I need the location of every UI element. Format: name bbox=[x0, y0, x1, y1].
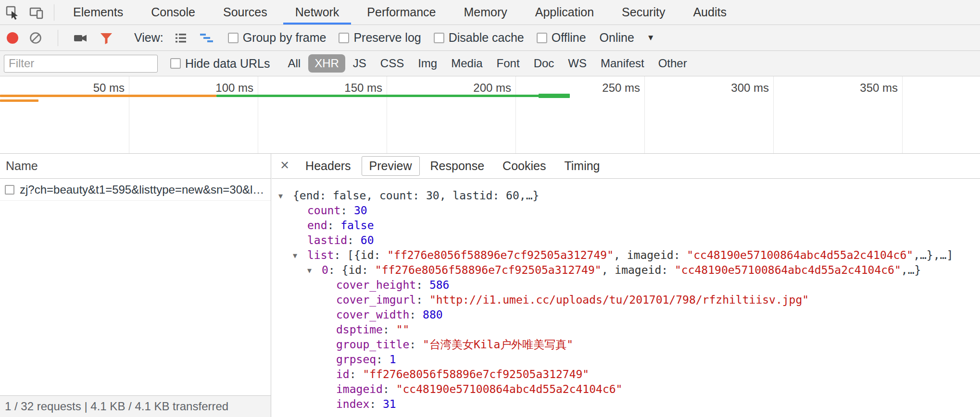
checkbox-icon[interactable] bbox=[537, 33, 547, 43]
record-button[interactable] bbox=[7, 32, 18, 44]
expander-icon[interactable]: ▼ bbox=[293, 248, 307, 263]
token-key: group_title bbox=[336, 338, 409, 351]
inspect-element-button[interactable] bbox=[4, 4, 21, 21]
token-key: 0 bbox=[322, 264, 328, 276]
checkbox-icon[interactable] bbox=[170, 58, 181, 69]
grid-line bbox=[644, 76, 645, 153]
token-key: grpseq bbox=[336, 353, 376, 366]
device-toolbar-button[interactable] bbox=[28, 4, 45, 21]
request-name: zj?ch=beauty&t1=595&listtype=new&sn=30&l… bbox=[20, 183, 264, 196]
tick-label: 350 ms bbox=[860, 81, 898, 95]
inspect-icon bbox=[5, 5, 20, 20]
timeline-overview[interactable]: 50 ms100 ms150 ms200 ms250 ms300 ms350 m… bbox=[0, 76, 980, 154]
tab-console[interactable]: Console bbox=[137, 0, 209, 25]
checkbox-preserve-log[interactable]: Preserve log bbox=[339, 31, 421, 45]
preview-tree: ▼{end: false, count: 30, lastid: 60,…}co… bbox=[272, 179, 980, 417]
token-key: list bbox=[307, 249, 334, 261]
filter-type-ws[interactable]: WS bbox=[562, 54, 593, 73]
token-plain: ,…},…] bbox=[913, 249, 953, 261]
grid-line bbox=[129, 76, 129, 153]
token-num: 30 bbox=[354, 204, 367, 217]
detail-tab-headers[interactable]: Headers bbox=[298, 156, 359, 176]
token-plain: : bbox=[374, 249, 387, 261]
tab-sources[interactable]: Sources bbox=[209, 0, 281, 25]
filter-type-other[interactable]: Other bbox=[652, 54, 693, 73]
detail-tab-cookies[interactable]: Cookies bbox=[495, 156, 553, 176]
screenshot-camera-button[interactable] bbox=[72, 29, 89, 47]
name-column-header[interactable]: Name bbox=[0, 154, 271, 179]
checkbox-label: Hide data URLs bbox=[185, 57, 270, 71]
token-num: 586 bbox=[429, 279, 450, 291]
tab-elements[interactable]: Elements bbox=[59, 0, 137, 25]
token-plain: : bbox=[409, 308, 423, 321]
list-view-button[interactable] bbox=[172, 29, 189, 47]
token-ikey: imageid bbox=[615, 264, 661, 276]
toolbar-divider bbox=[58, 30, 58, 46]
tab-performance[interactable]: Performance bbox=[353, 0, 450, 25]
waterfall-view-button[interactable] bbox=[198, 29, 215, 47]
filter-type-doc[interactable]: Doc bbox=[528, 54, 561, 73]
overview-bar bbox=[539, 94, 569, 98]
filter-type-all[interactable]: All bbox=[281, 54, 307, 73]
token-plain: : bbox=[383, 383, 396, 395]
tab-memory[interactable]: Memory bbox=[450, 0, 521, 25]
tree-line: ▼list: [{id: "ff276e8056f58896e7cf92505a… bbox=[272, 248, 980, 263]
tab-audits[interactable]: Audits bbox=[679, 0, 740, 25]
checkbox-icon[interactable] bbox=[228, 33, 239, 43]
requests-summary: 1 / 32 requests | 4.1 KB / 4.1 KB transf… bbox=[0, 395, 271, 417]
token-ikey: id bbox=[348, 264, 362, 276]
tree-line: cover_imgurl: "http://i1.umei.cc/uploads… bbox=[272, 293, 980, 307]
token-ikey: imageid bbox=[627, 249, 674, 261]
token-plain: : bbox=[416, 294, 429, 306]
close-icon[interactable]: × bbox=[275, 158, 295, 174]
request-type-icon bbox=[5, 185, 14, 195]
list-view-icon bbox=[174, 31, 188, 45]
tabbar-divider bbox=[54, 4, 54, 21]
checkbox-icon[interactable] bbox=[434, 33, 444, 43]
device-toolbar-icon bbox=[29, 5, 44, 20]
filter-input[interactable] bbox=[4, 55, 158, 73]
grid-line bbox=[902, 76, 903, 153]
detail-tab-preview[interactable]: Preview bbox=[362, 156, 420, 176]
detail-tab-response[interactable]: Response bbox=[423, 156, 492, 176]
tick-label: 50 ms bbox=[93, 81, 125, 95]
filter-type-img[interactable]: Img bbox=[412, 54, 443, 73]
devtools-tabbar: ElementsConsoleSourcesNetworkPerformance… bbox=[0, 0, 980, 25]
expander-icon[interactable]: ▼ bbox=[278, 189, 293, 204]
token-plain: : bbox=[416, 279, 429, 291]
filter-type-js[interactable]: JS bbox=[347, 54, 373, 73]
token-plain: : bbox=[376, 353, 389, 366]
token-plain: : { bbox=[328, 264, 349, 276]
clear-button[interactable] bbox=[27, 29, 44, 47]
token-str: "ff276e8056f58896e7cf92505a312749" bbox=[375, 264, 602, 276]
token-str: "台湾美女Kila户外唯美写真" bbox=[423, 338, 573, 351]
detail-panel: × HeadersPreviewResponseCookiesTiming ▼{… bbox=[272, 154, 980, 417]
checkbox-group-by-frame[interactable]: Group by frame bbox=[228, 31, 327, 45]
token-str: "" bbox=[396, 323, 410, 336]
throttling-select[interactable]: Online ▼ bbox=[600, 31, 655, 45]
filter-funnel-button[interactable] bbox=[98, 29, 115, 47]
checkbox-hide-data-urls[interactable]: Hide data URLs bbox=[170, 57, 270, 71]
filter-type-media[interactable]: Media bbox=[445, 54, 489, 73]
filter-type-xhr[interactable]: XHR bbox=[308, 54, 345, 73]
expander-icon[interactable]: ▼ bbox=[307, 263, 322, 278]
checkbox-icon[interactable] bbox=[339, 33, 349, 43]
tick-label: 300 ms bbox=[731, 81, 769, 95]
token-plain: : bbox=[383, 323, 396, 336]
filter-type-css[interactable]: CSS bbox=[374, 54, 410, 73]
token-plain: ,…} bbox=[901, 264, 921, 276]
tree-line: ▼0: {id: "ff276e8056f58896e7cf92505a3127… bbox=[272, 263, 980, 278]
checkbox-disable-cache[interactable]: Disable cache bbox=[434, 31, 524, 45]
token-str: "ff276e8056f58896e7cf92505a312749" bbox=[387, 249, 614, 261]
filter-type-manifest[interactable]: Manifest bbox=[594, 54, 651, 73]
filter-type-font[interactable]: Font bbox=[490, 54, 526, 73]
tab-network[interactable]: Network bbox=[281, 0, 353, 25]
checkbox-offline[interactable]: Offline bbox=[537, 31, 586, 45]
tab-application[interactable]: Application bbox=[521, 0, 608, 25]
request-row[interactable]: zj?ch=beauty&t1=595&listtype=new&sn=30&l… bbox=[0, 179, 271, 201]
token-key: lastid bbox=[307, 234, 347, 246]
grid-line bbox=[387, 76, 387, 153]
tab-security[interactable]: Security bbox=[608, 0, 679, 25]
detail-tab-timing[interactable]: Timing bbox=[556, 156, 607, 176]
token-key: cover_height bbox=[336, 279, 416, 291]
